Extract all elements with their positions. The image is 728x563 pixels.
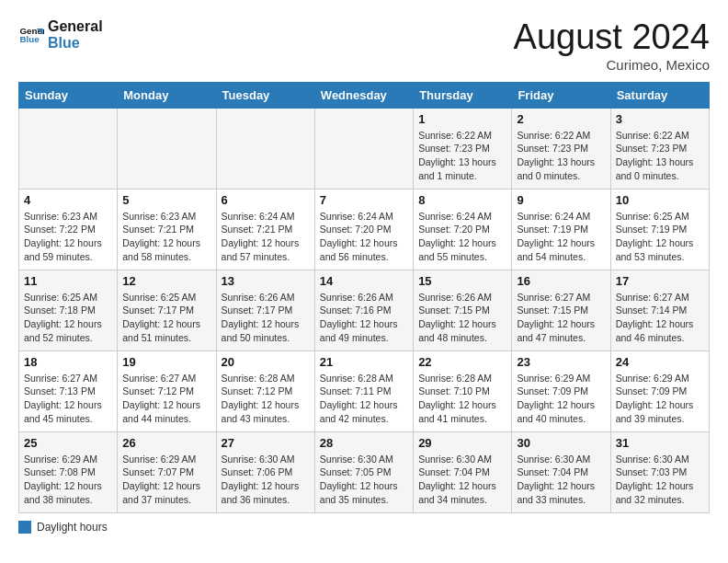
- day-number: 12: [122, 274, 210, 288]
- day-number: 19: [122, 355, 210, 369]
- calendar-cell: 12Sunrise: 6:25 AMSunset: 7:17 PMDayligh…: [118, 270, 216, 350]
- calendar-cell: 29Sunrise: 6:30 AMSunset: 7:04 PMDayligh…: [414, 431, 512, 512]
- day-number: 15: [418, 274, 506, 288]
- day-info: Sunrise: 6:24 AMSunset: 7:20 PMDaylight:…: [320, 210, 408, 264]
- day-info: Sunrise: 6:27 AMSunset: 7:12 PMDaylight:…: [122, 372, 210, 426]
- day-number: 11: [24, 274, 112, 288]
- day-info: Sunrise: 6:30 AMSunset: 7:03 PMDaylight:…: [616, 453, 704, 507]
- day-number: 28: [320, 436, 408, 450]
- calendar-week-row: 1Sunrise: 6:22 AMSunset: 7:23 PMDaylight…: [19, 108, 710, 189]
- day-info: Sunrise: 6:24 AMSunset: 7:19 PMDaylight:…: [517, 210, 605, 264]
- day-info: Sunrise: 6:28 AMSunset: 7:12 PMDaylight:…: [222, 372, 310, 426]
- day-info: Sunrise: 6:24 AMSunset: 7:20 PMDaylight:…: [418, 210, 506, 264]
- day-number: 6: [222, 193, 310, 207]
- calendar-cell: 30Sunrise: 6:30 AMSunset: 7:04 PMDayligh…: [512, 431, 610, 512]
- day-info: Sunrise: 6:29 AMSunset: 7:09 PMDaylight:…: [517, 372, 605, 426]
- calendar-cell: 1Sunrise: 6:22 AMSunset: 7:23 PMDaylight…: [414, 108, 512, 189]
- day-info: Sunrise: 6:29 AMSunset: 7:07 PMDaylight:…: [122, 453, 210, 507]
- day-number: 1: [418, 112, 506, 126]
- day-number: 30: [517, 436, 605, 450]
- day-number: 13: [222, 274, 310, 288]
- svg-text:Blue: Blue: [19, 34, 40, 44]
- day-info: Sunrise: 6:27 AMSunset: 7:15 PMDaylight:…: [517, 291, 605, 345]
- calendar-cell: 9Sunrise: 6:24 AMSunset: 7:19 PMDaylight…: [512, 189, 610, 270]
- calendar-header-wednesday: Wednesday: [314, 82, 413, 108]
- calendar-cell: 15Sunrise: 6:26 AMSunset: 7:15 PMDayligh…: [414, 270, 512, 350]
- day-info: Sunrise: 6:26 AMSunset: 7:17 PMDaylight:…: [222, 291, 310, 345]
- day-number: 27: [222, 436, 310, 450]
- calendar-header-tuesday: Tuesday: [216, 82, 314, 108]
- logo: General Blue General Blue: [18, 18, 103, 51]
- day-number: 14: [320, 274, 408, 288]
- location-subtitle: Curimeo, Mexico: [514, 57, 710, 73]
- calendar-cell: 4Sunrise: 6:23 AMSunset: 7:22 PMDaylight…: [19, 189, 118, 270]
- calendar-cell: 19Sunrise: 6:27 AMSunset: 7:12 PMDayligh…: [118, 350, 216, 431]
- day-number: 16: [517, 274, 605, 288]
- calendar-header-saturday: Saturday: [610, 82, 709, 108]
- calendar-cell: 20Sunrise: 6:28 AMSunset: 7:12 PMDayligh…: [216, 350, 314, 431]
- calendar-table: SundayMondayTuesdayWednesdayThursdayFrid…: [18, 82, 710, 513]
- logo-text-general: General: [48, 18, 103, 35]
- calendar-cell: 5Sunrise: 6:23 AMSunset: 7:21 PMDaylight…: [118, 189, 216, 270]
- calendar-cell: 26Sunrise: 6:29 AMSunset: 7:07 PMDayligh…: [118, 431, 216, 512]
- calendar-cell: 10Sunrise: 6:25 AMSunset: 7:19 PMDayligh…: [610, 189, 709, 270]
- day-number: 7: [320, 193, 408, 207]
- calendar-cell: 11Sunrise: 6:25 AMSunset: 7:18 PMDayligh…: [19, 270, 118, 350]
- calendar-week-row: 4Sunrise: 6:23 AMSunset: 7:22 PMDaylight…: [19, 189, 710, 270]
- day-number: 4: [24, 193, 112, 207]
- day-info: Sunrise: 6:25 AMSunset: 7:18 PMDaylight:…: [24, 291, 112, 345]
- day-number: 22: [418, 355, 506, 369]
- calendar-cell: [118, 108, 216, 189]
- day-number: 29: [418, 436, 506, 450]
- calendar-cell: [19, 108, 118, 189]
- day-info: Sunrise: 6:23 AMSunset: 7:22 PMDaylight:…: [24, 210, 112, 264]
- calendar-cell: 28Sunrise: 6:30 AMSunset: 7:05 PMDayligh…: [314, 431, 413, 512]
- month-year-title: August 2024: [514, 18, 710, 57]
- calendar-cell: 13Sunrise: 6:26 AMSunset: 7:17 PMDayligh…: [216, 270, 314, 350]
- calendar-header-thursday: Thursday: [414, 82, 512, 108]
- logo-text-blue: Blue: [48, 35, 103, 52]
- calendar-week-row: 11Sunrise: 6:25 AMSunset: 7:18 PMDayligh…: [19, 270, 710, 350]
- day-info: Sunrise: 6:29 AMSunset: 7:09 PMDaylight:…: [616, 372, 704, 426]
- calendar-cell: 31Sunrise: 6:30 AMSunset: 7:03 PMDayligh…: [610, 431, 709, 512]
- day-number: 9: [517, 193, 605, 207]
- day-info: Sunrise: 6:25 AMSunset: 7:19 PMDaylight:…: [616, 210, 704, 264]
- logo-icon: General Blue: [18, 22, 44, 48]
- day-number: 17: [616, 274, 704, 288]
- day-number: 23: [517, 355, 605, 369]
- day-number: 21: [320, 355, 408, 369]
- calendar-cell: 25Sunrise: 6:29 AMSunset: 7:08 PMDayligh…: [19, 431, 118, 512]
- daylight-legend-label: Daylight hours: [37, 521, 108, 534]
- day-info: Sunrise: 6:26 AMSunset: 7:15 PMDaylight:…: [418, 291, 506, 345]
- day-info: Sunrise: 6:29 AMSunset: 7:08 PMDaylight:…: [24, 453, 112, 507]
- title-block: August 2024 Curimeo, Mexico: [514, 18, 710, 73]
- calendar-cell: 21Sunrise: 6:28 AMSunset: 7:11 PMDayligh…: [314, 350, 413, 431]
- day-number: 31: [616, 436, 704, 450]
- calendar-cell: 2Sunrise: 6:22 AMSunset: 7:23 PMDaylight…: [512, 108, 610, 189]
- calendar-cell: 16Sunrise: 6:27 AMSunset: 7:15 PMDayligh…: [512, 270, 610, 350]
- page-header: General Blue General Blue August 2024 Cu…: [18, 18, 710, 73]
- day-info: Sunrise: 6:30 AMSunset: 7:05 PMDaylight:…: [320, 453, 408, 507]
- calendar-cell: 23Sunrise: 6:29 AMSunset: 7:09 PMDayligh…: [512, 350, 610, 431]
- calendar-week-row: 25Sunrise: 6:29 AMSunset: 7:08 PMDayligh…: [19, 431, 710, 512]
- day-info: Sunrise: 6:27 AMSunset: 7:14 PMDaylight:…: [616, 291, 704, 345]
- day-number: 3: [616, 112, 704, 126]
- day-info: Sunrise: 6:22 AMSunset: 7:23 PMDaylight:…: [517, 129, 605, 183]
- day-info: Sunrise: 6:23 AMSunset: 7:21 PMDaylight:…: [122, 210, 210, 264]
- day-number: 20: [222, 355, 310, 369]
- day-info: Sunrise: 6:28 AMSunset: 7:11 PMDaylight:…: [320, 372, 408, 426]
- day-info: Sunrise: 6:30 AMSunset: 7:06 PMDaylight:…: [222, 453, 310, 507]
- day-number: 18: [24, 355, 112, 369]
- calendar-cell: 22Sunrise: 6:28 AMSunset: 7:10 PMDayligh…: [414, 350, 512, 431]
- footer: Daylight hours: [18, 521, 710, 534]
- calendar-header-friday: Friday: [512, 82, 610, 108]
- day-info: Sunrise: 6:22 AMSunset: 7:23 PMDaylight:…: [616, 129, 704, 183]
- day-number: 24: [616, 355, 704, 369]
- day-number: 26: [122, 436, 210, 450]
- day-info: Sunrise: 6:28 AMSunset: 7:10 PMDaylight:…: [418, 372, 506, 426]
- calendar-cell: 6Sunrise: 6:24 AMSunset: 7:21 PMDaylight…: [216, 189, 314, 270]
- day-info: Sunrise: 6:26 AMSunset: 7:16 PMDaylight:…: [320, 291, 408, 345]
- day-number: 25: [24, 436, 112, 450]
- daylight-legend-box: [18, 521, 31, 534]
- calendar-header-monday: Monday: [118, 82, 216, 108]
